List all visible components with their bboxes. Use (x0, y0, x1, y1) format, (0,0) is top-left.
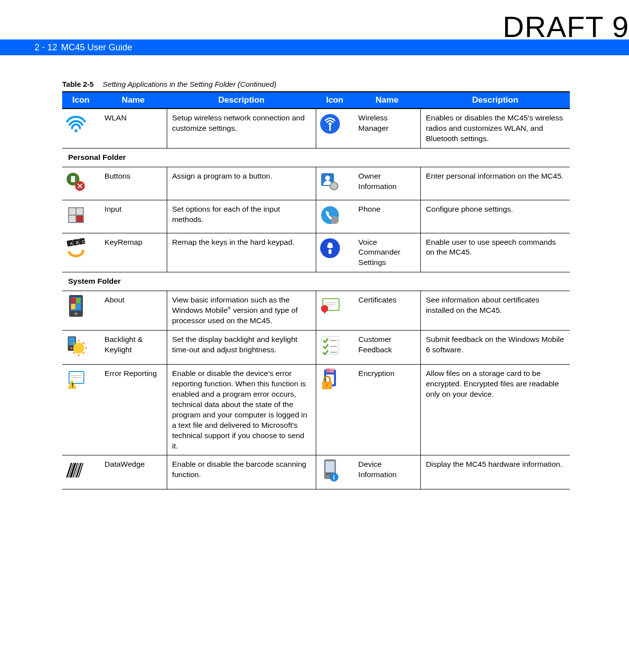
setting-name: KeyRemap (100, 233, 167, 272)
about-icon (62, 291, 100, 331)
table-title: Setting Applications in the Setting Fold… (103, 80, 276, 88)
setting-name: WLAN (100, 109, 167, 148)
svg-line-45 (83, 343, 84, 344)
setting-name: Certificates (353, 291, 420, 331)
setting-description: Assign a program to a button. (167, 167, 316, 200)
setting-description: Submit feedback on the Windows Mobile 6 … (421, 331, 570, 365)
antenna-icon (316, 109, 353, 148)
svg-line-44 (83, 352, 84, 354)
svg-point-15 (331, 216, 339, 224)
settings-table: Icon Name Description Icon Name Descript… (62, 91, 570, 489)
svg-rect-70 (326, 461, 334, 472)
setting-description: Set options for each of the input method… (167, 200, 316, 233)
svg-point-30 (74, 312, 77, 315)
setting-name: Buttons (100, 167, 167, 200)
svg-rect-27 (76, 298, 80, 303)
svg-point-0 (74, 129, 77, 132)
svg-text:C: C (82, 239, 85, 244)
page-content: Table 2-5 Setting Applications in the Se… (0, 55, 629, 509)
voice-icon (316, 233, 353, 272)
svg-point-7 (325, 176, 330, 181)
feedback-icon (316, 331, 353, 365)
watermark: DRAFT 9 (503, 10, 629, 44)
th-icon-1: Icon (62, 92, 100, 109)
svg-rect-26 (71, 298, 75, 303)
svg-rect-11 (76, 208, 83, 215)
th-name-2: Name (353, 92, 420, 109)
encrypt-icon (316, 365, 353, 455)
setting-description: See information about certificates insta… (421, 291, 570, 331)
setting-name: Customer Feedback (353, 331, 420, 365)
setting-description: Remap the keys in the hard keypad. (167, 233, 316, 272)
setting-name: DataWedge (100, 455, 167, 489)
setting-description: Enable or disable the barcode scanning f… (167, 455, 316, 489)
setting-name: Owner Information (353, 167, 420, 200)
buttons-icon (62, 167, 100, 200)
setting-description: View basic information such as the Windo… (167, 291, 316, 331)
setting-name: Encryption (353, 365, 420, 455)
th-icon-2: Icon (316, 92, 353, 109)
owner-icon (316, 167, 353, 200)
section-heading: System Folder (62, 272, 570, 291)
setting-description: Allow files on a storage card to be encr… (421, 365, 570, 455)
cert-icon (316, 291, 353, 331)
setting-description: Enable user to use speech commands on th… (421, 233, 570, 272)
svg-rect-3 (329, 125, 331, 131)
setting-description: Display the MC45 hardware information. (421, 455, 570, 489)
svg-text:B: B (76, 240, 78, 245)
input-icon (62, 200, 100, 233)
svg-text:A: A (70, 241, 73, 246)
svg-text:!: ! (72, 382, 74, 389)
setting-description: Configure phone settings. (421, 200, 570, 233)
phone-icon (316, 200, 353, 233)
svg-rect-47 (321, 336, 339, 354)
setting-name: Error Reporting (100, 365, 167, 455)
error-icon: ! (62, 365, 100, 455)
backlight-icon (62, 331, 100, 365)
svg-rect-71 (326, 473, 329, 475)
table-caption: Table 2-5 Setting Applications in the Se… (62, 80, 570, 88)
svg-point-61 (326, 384, 328, 386)
datawedge-icon (62, 455, 100, 489)
guide-title: MC45 User Guide (61, 42, 132, 53)
svg-rect-58 (328, 369, 330, 373)
keyremap-icon: ABC (62, 233, 100, 272)
setting-name: Backlight & Keylight (100, 331, 167, 365)
svg-line-43 (74, 343, 75, 344)
th-name-1: Name (100, 92, 167, 109)
setting-name: Device Information (353, 455, 420, 489)
th-desc-2: Description (421, 92, 570, 109)
setting-description: Enter personal information on the MC45. (421, 167, 570, 200)
svg-point-38 (74, 343, 84, 354)
th-desc-1: Description (167, 92, 316, 109)
svg-rect-57 (326, 369, 328, 373)
table-number: Table 2-5 (62, 80, 94, 88)
svg-rect-13 (76, 216, 83, 222)
svg-rect-10 (69, 208, 75, 215)
setting-description: Set the display backlight and keylight t… (167, 331, 316, 365)
setting-name: Phone (353, 200, 420, 233)
svg-text:i: i (333, 474, 335, 481)
setting-name: Voice Commander Settings (353, 233, 420, 272)
svg-rect-29 (76, 304, 80, 309)
wifi-icon (62, 109, 100, 148)
devinfo-icon: i (316, 455, 353, 489)
svg-rect-28 (71, 304, 75, 309)
svg-rect-23 (329, 249, 332, 254)
setting-name: Input (100, 200, 167, 233)
setting-description: Enables or disables the MC45's wireless … (421, 109, 570, 148)
setting-description: Enable or disable the device's error rep… (167, 365, 316, 455)
setting-name: About (100, 291, 167, 331)
svg-line-46 (74, 352, 75, 354)
svg-rect-12 (69, 216, 75, 222)
page-number: 2 - 12 (35, 42, 57, 53)
setting-description: Setup wireless network connection and cu… (167, 109, 316, 148)
section-heading: Personal Folder (62, 148, 570, 167)
setting-name: Wireless Manager (353, 109, 420, 148)
